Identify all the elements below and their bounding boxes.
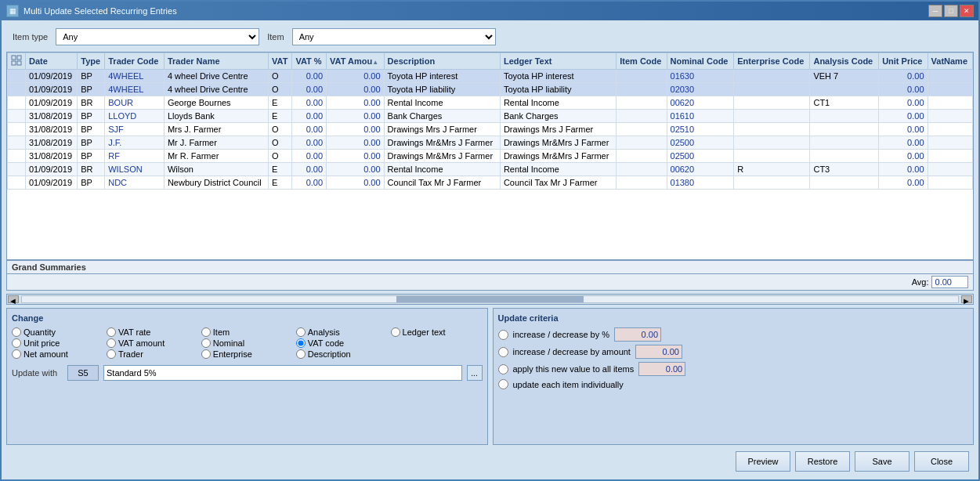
scroll-left-btn[interactable]: ◄ xyxy=(8,295,19,303)
table-cell xyxy=(8,123,26,136)
table-row[interactable]: 31/08/2019BPJ.F.Mr J. FarmerO0.000.00Dra… xyxy=(8,136,973,150)
radio-vat-amount[interactable]: VAT amount xyxy=(107,338,198,348)
table-row[interactable]: 01/09/2019BP4WHEEL4 wheel Drive CentreO0… xyxy=(8,70,973,83)
table-cell: Rental Income xyxy=(384,163,500,176)
col-ledger-text[interactable]: Ledger Text xyxy=(500,53,616,70)
col-type[interactable]: Type xyxy=(78,53,105,70)
enterprise-radio-label: Enterprise xyxy=(213,349,252,359)
table-cell: WILSON xyxy=(105,163,165,176)
col-enterprise-code[interactable]: Enterprise Code xyxy=(734,53,810,70)
table-cell xyxy=(734,123,810,136)
net-amount-radio[interactable] xyxy=(12,349,21,359)
maximize-button[interactable]: □ xyxy=(944,5,958,17)
table-row[interactable]: 31/08/2019BPLLOYDLloyds BankE0.000.00Ban… xyxy=(8,110,973,123)
radio-trader[interactable]: Trader xyxy=(107,349,198,359)
vat-rate-radio[interactable] xyxy=(107,327,116,337)
radio-net-amount[interactable]: Net amount xyxy=(12,349,103,359)
increase-pct-input[interactable] xyxy=(614,327,661,342)
table-cell: 01610 xyxy=(667,110,734,123)
table-row[interactable]: 01/09/2019BRBOURGeorge BournesE0.000.00R… xyxy=(8,96,973,110)
trader-radio[interactable] xyxy=(107,349,116,359)
col-analysis-code[interactable]: Analysis Code xyxy=(810,53,879,70)
radio-ledger-text[interactable]: Ledger text xyxy=(391,327,483,337)
enterprise-radio[interactable] xyxy=(201,349,211,359)
increase-pct-radio[interactable] xyxy=(498,330,508,340)
col-vat-amount[interactable]: VAT Amou▲ xyxy=(327,53,385,70)
table-row[interactable]: 01/09/2019BPNDCNewbury District CouncilE… xyxy=(8,176,973,190)
table-header-row: Date Type Trader Code Trader Name VAT VA… xyxy=(8,53,973,70)
nominal-radio[interactable] xyxy=(201,338,211,348)
quantity-radio[interactable] xyxy=(12,327,21,337)
grid-icon xyxy=(11,55,22,66)
col-vat-pct[interactable]: VAT % xyxy=(292,53,327,70)
col-date[interactable]: Date xyxy=(26,53,78,70)
scrollbar-track[interactable] xyxy=(21,295,959,303)
nominal-radio-label: Nominal xyxy=(213,338,244,348)
table-cell xyxy=(734,150,810,163)
increase-amt-input[interactable] xyxy=(635,345,682,359)
preview-button[interactable]: Preview xyxy=(736,451,790,472)
radio-quantity[interactable]: Quantity xyxy=(12,327,103,337)
col-item-code[interactable]: Item Code xyxy=(617,53,667,70)
radio-blank1 xyxy=(391,338,483,348)
vat-amount-radio[interactable] xyxy=(107,338,116,348)
table-cell: 0.00 xyxy=(879,150,928,163)
col-nominal-code[interactable]: Nominal Code xyxy=(667,53,734,70)
vat-code-radio[interactable] xyxy=(296,338,306,348)
unit-price-radio[interactable] xyxy=(12,338,21,348)
radio-analysis[interactable]: Analysis xyxy=(296,327,388,337)
radio-vat-code[interactable]: VAT code xyxy=(296,338,388,348)
table-cell xyxy=(617,150,667,163)
update-each-radio[interactable] xyxy=(498,379,508,389)
horizontal-scrollbar[interactable]: ◄ ► xyxy=(6,294,974,305)
criteria-increase-pct: increase / decrease by % xyxy=(498,327,969,342)
window-icon: ▦ xyxy=(6,5,19,17)
table-cell xyxy=(928,150,972,163)
table-cell: O xyxy=(269,136,292,150)
update-text-input[interactable] xyxy=(103,365,462,381)
col-trader-code[interactable]: Trader Code xyxy=(105,53,165,70)
ellipsis-button[interactable]: ... xyxy=(467,365,483,381)
radio-item[interactable]: Item xyxy=(201,327,293,337)
save-button[interactable]: Save xyxy=(855,451,909,472)
table-row[interactable]: 01/09/2019BRWILSONWilsonE0.000.00Rental … xyxy=(8,163,973,176)
item-type-select[interactable]: Any xyxy=(56,28,259,45)
close-window-button[interactable]: ✕ xyxy=(960,5,974,17)
radio-unit-price[interactable]: Unit price xyxy=(12,338,103,348)
table-scroll-wrapper[interactable]: Date Type Trader Code Trader Name VAT VA… xyxy=(7,52,973,259)
increase-pct-label: increase / decrease by % xyxy=(513,330,610,339)
table-row[interactable]: 31/08/2019BPSJFMrs J. FarmerO0.000.00Dra… xyxy=(8,123,973,136)
update-value-input[interactable] xyxy=(67,365,99,381)
increase-amt-radio[interactable] xyxy=(498,347,508,357)
close-button[interactable]: Close xyxy=(914,451,969,472)
radio-description[interactable]: Description xyxy=(296,349,388,359)
radio-vat-rate[interactable]: VAT rate xyxy=(107,327,198,337)
table-row[interactable]: 31/08/2019BPRFMr R. FarmerO0.000.00Drawi… xyxy=(8,150,973,163)
col-vat[interactable]: VAT xyxy=(269,53,292,70)
description-radio[interactable] xyxy=(296,349,306,359)
data-table: Date Type Trader Code Trader Name VAT VA… xyxy=(7,52,973,190)
col-vat-name[interactable]: VatName xyxy=(928,53,972,70)
col-unit-price[interactable]: Unit Price xyxy=(879,53,928,70)
table-cell: 31/08/2019 xyxy=(26,123,78,136)
table-cell: 02030 xyxy=(667,83,734,96)
scroll-right-btn[interactable]: ► xyxy=(961,295,972,303)
col-trader-name[interactable]: Trader Name xyxy=(164,53,268,70)
minimize-button[interactable]: ─ xyxy=(928,5,942,17)
apply-new-radio[interactable] xyxy=(498,364,508,374)
radio-enterprise[interactable]: Enterprise xyxy=(201,349,293,359)
restore-button[interactable]: Restore xyxy=(795,451,850,472)
table-cell: 0.00 xyxy=(327,150,385,163)
ledger-text-radio[interactable] xyxy=(391,327,400,337)
apply-new-input[interactable] xyxy=(638,362,685,376)
radio-nominal[interactable]: Nominal xyxy=(201,338,293,348)
title-bar-left: ▦ Multi Update Selected Recurring Entrie… xyxy=(6,5,177,17)
table-cell: 4 wheel Drive Centre xyxy=(164,83,268,96)
svg-rect-0 xyxy=(12,56,16,60)
item-select[interactable]: Any xyxy=(292,28,496,45)
analysis-radio[interactable] xyxy=(296,327,306,337)
item-radio[interactable] xyxy=(201,327,211,337)
table-cell: 0.00 xyxy=(292,70,327,83)
col-description[interactable]: Description xyxy=(384,53,500,70)
table-row[interactable]: 01/09/2019BP4WHEEL4 wheel Drive CentreO0… xyxy=(8,83,973,96)
